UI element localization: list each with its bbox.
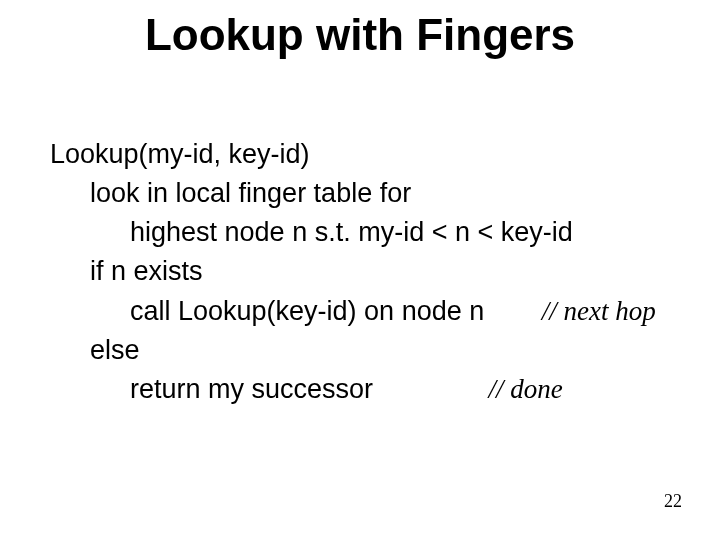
slide-title: Lookup with Fingers — [0, 10, 720, 60]
code-line: call Lookup(key-id) on node n // next ho… — [130, 292, 690, 331]
code-line: Lookup(my-id, key-id) — [50, 135, 690, 174]
code-line: else — [90, 331, 690, 370]
code-text: return my successor — [130, 374, 373, 404]
code-text: call Lookup(key-id) on node n — [130, 296, 484, 326]
pseudocode-block: Lookup(my-id, key-id) look in local fing… — [50, 135, 690, 409]
slide: Lookup with Fingers Lookup(my-id, key-id… — [0, 0, 720, 540]
code-comment: // next hop — [542, 292, 656, 331]
page-number: 22 — [664, 491, 682, 512]
code-comment: // done — [489, 370, 563, 409]
code-line: if n exists — [90, 252, 690, 291]
code-line: return my successor // done — [130, 370, 690, 409]
code-line: highest node n s.t. my-id < n < key-id — [130, 213, 690, 252]
code-line: look in local finger table for — [90, 174, 690, 213]
